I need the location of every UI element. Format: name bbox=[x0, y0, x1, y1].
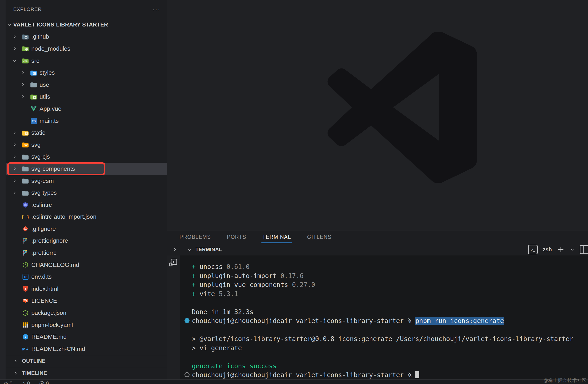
section-label: TIMELINE bbox=[22, 370, 47, 376]
eslint-icon bbox=[22, 202, 29, 208]
tree-item-env-d-ts[interactable]: TSenv.d.ts bbox=[6, 271, 167, 283]
tree-item-label: package.json bbox=[31, 309, 66, 316]
status-item[interactable]: △ 0 bbox=[21, 380, 30, 384]
terminal-text: generate icons success bbox=[192, 362, 277, 370]
chevron-down-icon[interactable] bbox=[7, 22, 13, 27]
tree-item-src[interactable]: </>src bbox=[6, 55, 167, 67]
panel-expand-icon[interactable] bbox=[172, 247, 178, 252]
terminal-cursor bbox=[415, 371, 419, 378]
tree-item-svg-types[interactable]: svg-types bbox=[6, 187, 167, 199]
git-icon bbox=[22, 226, 29, 232]
panel-tab-problems[interactable]: PROBLEMS bbox=[179, 233, 211, 242]
tree-item-app-vue[interactable]: App.vue bbox=[6, 103, 167, 115]
folder-plain-icon bbox=[22, 178, 29, 184]
tree-item-main-ts[interactable]: TSmain.ts bbox=[6, 115, 167, 127]
tree-item-index-html[interactable]: 5index.html bbox=[6, 283, 167, 295]
chevron-right-icon[interactable] bbox=[12, 142, 22, 148]
folder-github-icon bbox=[22, 34, 29, 40]
tree-item-label: VARLET-ICONS-LIBRARY-STARTER bbox=[13, 21, 108, 28]
terminal-profile-chevron-icon[interactable] bbox=[570, 247, 575, 252]
chevron-right-icon[interactable] bbox=[12, 190, 22, 196]
chevron-right-icon[interactable] bbox=[12, 46, 22, 51]
chevron-right-icon[interactable] bbox=[12, 34, 22, 39]
sidebar-section-outline[interactable]: OUTLINE bbox=[6, 355, 167, 367]
debug-terminal-icon[interactable] bbox=[168, 257, 179, 268]
tree-item-readme-zh-cn-md[interactable]: MREADME.zh-CN.md bbox=[6, 343, 167, 355]
sidebar-section-timeline[interactable]: TIMELINE bbox=[6, 367, 167, 379]
tree-item-label: svg-components bbox=[31, 165, 75, 172]
tree-item--gitignore[interactable]: .gitignore bbox=[6, 223, 167, 235]
chevron-down-icon[interactable] bbox=[12, 58, 22, 63]
tree-item-changelog-md[interactable]: CHANGELOG.md bbox=[6, 259, 167, 271]
tree-item-use[interactable]: use bbox=[6, 79, 167, 91]
chevron-right-icon[interactable] bbox=[20, 94, 30, 99]
tree-item-utils[interactable]: utils bbox=[6, 91, 167, 103]
tree-item-svg-cjs[interactable]: svg-cjs bbox=[6, 151, 167, 163]
shell-terminal-icon[interactable]: >_ bbox=[528, 245, 538, 254]
editor-area[interactable] bbox=[167, 0, 588, 230]
tree-item--eslintrc[interactable]: .eslintrc bbox=[6, 199, 167, 211]
tree-item-label: README.zh-CN.md bbox=[31, 346, 85, 352]
status-items: ⊘ 0△ 0⦿ 0 bbox=[0, 380, 588, 384]
chevron-right-icon[interactable] bbox=[12, 130, 22, 136]
svg-text:{ }: { } bbox=[22, 214, 29, 220]
tree-item--eslintrc-auto-import-json[interactable]: { }.eslintrc-auto-import.json bbox=[6, 211, 167, 223]
vscode-logo-watermark bbox=[326, 32, 477, 183]
tree-item--github[interactable]: .github bbox=[6, 31, 167, 43]
chevron-right-icon[interactable] bbox=[20, 82, 30, 87]
terminal-line bbox=[192, 326, 588, 335]
folder-node-icon bbox=[22, 45, 29, 52]
split-terminal-icon[interactable] bbox=[580, 245, 588, 254]
tree-item-static[interactable]: static bbox=[6, 127, 167, 139]
html-icon: 5 bbox=[22, 286, 29, 292]
tree-item-licence[interactable]: LICENCE bbox=[6, 295, 167, 307]
tree-item-readme-md[interactable]: iREADME.md bbox=[6, 331, 167, 343]
terminal-line: > @varlet/icons-library-starter@0.0.8 ic… bbox=[192, 334, 588, 344]
tree-item-varlet-icons-library-starter[interactable]: VARLET-ICONS-LIBRARY-STARTER bbox=[6, 19, 167, 31]
tree-item-label: .prettierignore bbox=[31, 237, 68, 244]
tree-item-svg[interactable]: svg bbox=[6, 139, 167, 151]
terminal-line: + unplugin-auto-import 0.17.6 bbox=[192, 271, 588, 281]
tree-item-node-modules[interactable]: node_modules bbox=[6, 43, 167, 55]
panel-tab-ports[interactable]: PORTS bbox=[226, 233, 247, 242]
tree-item-package-json[interactable]: JSpackage.json bbox=[6, 307, 167, 319]
chevron-right-icon[interactable] bbox=[20, 70, 30, 76]
terminal-text: unplugin-vue-components bbox=[200, 281, 292, 288]
tree-item-label: App.vue bbox=[40, 105, 61, 112]
new-terminal-icon[interactable] bbox=[557, 246, 565, 253]
panel-tab-terminal[interactable]: TERMINAL bbox=[262, 233, 292, 242]
ts-icon: TS bbox=[30, 117, 37, 124]
readme-icon: i bbox=[22, 334, 29, 340]
file-tree: VARLET-ICONS-LIBRARY-STARTER.githubnode_… bbox=[6, 19, 167, 355]
more-actions-icon[interactable]: ··· bbox=[152, 8, 161, 11]
terminal-text: > @varlet/icons-library-starter@0.0.8 ic… bbox=[192, 335, 573, 343]
tree-item-label: svg-cjs bbox=[31, 153, 50, 160]
tree-item-pnpm-lock-yaml[interactable]: pnpm-lock.yaml bbox=[6, 319, 167, 331]
status-item[interactable]: ⦿ 0 bbox=[39, 380, 49, 384]
terminal-text: 0.61.0 bbox=[227, 263, 250, 270]
terminal-text: chouchouji@chouchoujideair varlet-icons-… bbox=[192, 371, 415, 379]
terminal-output[interactable]: + unocss 0.61.0+ unplugin-auto-import 0.… bbox=[180, 255, 588, 384]
chevron-right-icon[interactable] bbox=[12, 166, 22, 172]
svg-text:</>: </> bbox=[23, 59, 28, 63]
section-label: OUTLINE bbox=[22, 358, 45, 364]
chevron-right-icon[interactable] bbox=[12, 154, 22, 160]
markdown-cn-icon: M bbox=[22, 346, 29, 352]
tree-item--prettierrc[interactable]: .prettierrc bbox=[6, 247, 167, 259]
status-bar[interactable]: ⊘ 0△ 0⦿ 0 bbox=[0, 379, 588, 384]
tree-item--prettierignore[interactable]: .prettierignore bbox=[6, 235, 167, 247]
ts-outline-icon: TS bbox=[22, 274, 29, 280]
terminal-text: unocss bbox=[200, 263, 227, 270]
terminal-text: > vi generate bbox=[192, 344, 242, 352]
tree-item-svg-esm[interactable]: svg-esm bbox=[6, 175, 167, 187]
panel-tab-gitlens[interactable]: GITLENS bbox=[307, 233, 332, 242]
tree-item-label: .eslintrc bbox=[31, 201, 52, 209]
tree-item-styles[interactable]: styles bbox=[6, 67, 167, 79]
explorer-sidebar: EXPLORER ··· VARLET-ICONS-LIBRARY-STARTE… bbox=[6, 0, 167, 384]
status-item[interactable]: ⊘ 0 bbox=[4, 380, 12, 384]
tree-item-svg-components[interactable]: svg-components bbox=[6, 163, 167, 175]
nodejs-icon: JS bbox=[22, 310, 29, 316]
terminal-section-chevron-icon[interactable] bbox=[187, 247, 192, 252]
explorer-title: EXPLORER bbox=[13, 6, 42, 12]
chevron-right-icon[interactable] bbox=[12, 178, 22, 184]
